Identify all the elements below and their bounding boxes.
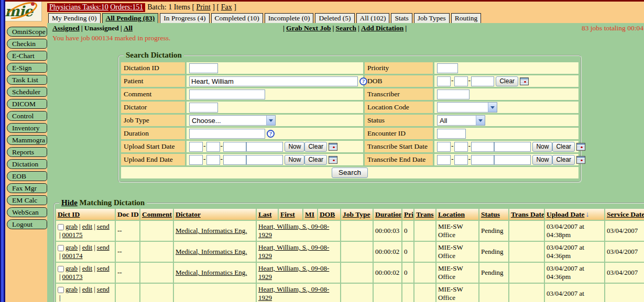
transcriber-field[interactable]	[437, 90, 470, 99]
dictator-field[interactable]	[189, 103, 218, 113]
row-checkbox[interactable]	[58, 266, 64, 272]
sidebar-item-logout[interactable]: Logout	[7, 219, 47, 229]
dict-id-link[interactable]: 000173	[62, 273, 83, 281]
tab-routing[interactable]: Routing	[451, 13, 482, 24]
upload-start-clear-button[interactable]: Clear	[304, 142, 327, 152]
upload-end-month[interactable]	[189, 155, 203, 165]
sidebar-item-dictation[interactable]: Dictation	[7, 159, 47, 169]
grab-next-job-link[interactable]: Grab Next Job	[286, 24, 331, 32]
edit-link[interactable]: edit	[82, 264, 93, 272]
add-dictation-link[interactable]: Add Dictation	[361, 24, 403, 32]
calendar-icon[interactable]	[576, 156, 585, 164]
duration-field[interactable]	[189, 129, 265, 139]
col-job-type[interactable]: Job Type	[341, 209, 373, 220]
patient-link[interactable]: Heart, William, S., 09-08-1929	[258, 285, 329, 301]
physicians-tasks-link[interactable]: Physicians Tasks:10	[49, 3, 108, 11]
dob-clear-button[interactable]: Clear	[496, 76, 518, 86]
grab-link[interactable]: grab	[66, 243, 78, 251]
transcribe-start-time[interactable]	[494, 142, 531, 152]
sidebar-item-reports[interactable]: Reports	[7, 147, 47, 157]
transcribe-end-month[interactable]	[437, 155, 451, 165]
dob-month-field[interactable]	[437, 76, 451, 86]
col-dictator[interactable]: Dictator	[174, 209, 256, 220]
dictator-link[interactable]: Medical, Informatics Eng.	[176, 269, 247, 276]
send-link[interactable]: send	[97, 243, 110, 251]
col-trans-date[interactable]: Trans Date	[509, 209, 544, 220]
patient-link[interactable]: Heart, William, S., 09-08-1929	[258, 243, 329, 260]
row-checkbox[interactable]	[58, 287, 64, 293]
sidebar-item-inventory[interactable]: Inventory	[7, 123, 47, 133]
row-checkbox[interactable]	[58, 224, 64, 230]
dict-id-link[interactable]: 000174	[62, 252, 83, 260]
dob-year-field[interactable]	[471, 76, 494, 86]
upload-end-day[interactable]	[206, 155, 220, 165]
upload-end-clear-button[interactable]: Clear	[304, 155, 327, 165]
tab-deleted[interactable]: Deleted (5)	[315, 13, 354, 24]
grab-link[interactable]: grab	[66, 264, 78, 272]
col-service-date[interactable]: Service Date	[605, 209, 644, 220]
help-icon[interactable]: ?	[359, 77, 367, 85]
upload-end-now-button[interactable]: Now	[285, 155, 304, 165]
transcribe-end-time[interactable]	[494, 155, 531, 165]
sidebar-item-tasklist[interactable]: Task List	[7, 75, 47, 85]
grab-link[interactable]: grab	[66, 285, 78, 293]
upload-start-day[interactable]	[206, 142, 220, 152]
calendar-icon[interactable]	[576, 143, 585, 151]
assigned-link[interactable]: Assigned	[52, 24, 80, 32]
sidebar-item-mammography[interactable]: Mammogra	[7, 135, 47, 145]
patient-link[interactable]: Heart, William, S., 09-08-1929	[258, 264, 329, 281]
col-status[interactable]: Status	[479, 209, 508, 220]
tab-my-pending[interactable]: My Pending (0)	[48, 13, 101, 24]
tab-all[interactable]: All (102)	[356, 13, 390, 24]
sidebar-item-scheduler[interactable]: Scheduler	[7, 87, 47, 97]
tab-all-pending[interactable]: All Pending (83)	[102, 13, 159, 24]
col-duration[interactable]: Duration	[374, 209, 401, 220]
sidebar-item-faxmgr[interactable]: Fax Mgr	[7, 183, 47, 193]
upload-end-time[interactable]	[246, 155, 283, 165]
sidebar-item-control[interactable]: Control	[7, 111, 47, 121]
col-pri[interactable]: Pri	[402, 209, 413, 220]
send-link[interactable]: send	[97, 264, 110, 272]
transcribe-end-year[interactable]	[471, 155, 494, 165]
sidebar-item-checkin[interactable]: Checkin	[7, 39, 47, 49]
grab-link[interactable]: grab	[66, 222, 78, 230]
calendar-icon[interactable]	[329, 156, 337, 164]
col-upload-date[interactable]: Upload Date↓	[545, 209, 604, 220]
transcribe-end-now-button[interactable]: Now	[532, 155, 552, 165]
transcribe-start-clear-button[interactable]: Clear	[552, 142, 575, 152]
col-mi[interactable]: MI	[303, 209, 317, 220]
dict-id-link[interactable]: 000175	[62, 231, 83, 239]
hide-link[interactable]: Hide	[61, 198, 78, 207]
tab-in-progress[interactable]: In Progress (4)	[160, 13, 209, 24]
search-button[interactable]: Search	[332, 167, 368, 178]
edit-link[interactable]: edit	[82, 222, 93, 230]
tab-completed[interactable]: Completed (10)	[211, 13, 263, 24]
patient-field[interactable]	[189, 76, 358, 86]
col-dict-id[interactable]: Dict ID	[56, 209, 115, 220]
location-code-select[interactable]	[437, 102, 497, 113]
col-trans[interactable]: Trans	[414, 209, 435, 220]
sidebar-item-echart[interactable]: E-Chart	[7, 51, 47, 61]
row-checkbox[interactable]	[58, 245, 64, 251]
transcribe-start-now-button[interactable]: Now	[532, 142, 552, 152]
tab-stats[interactable]: Stats	[391, 13, 412, 24]
unassigned-label[interactable]: Unassigned	[84, 24, 119, 32]
col-location[interactable]: Location	[436, 209, 478, 220]
sidebar-item-eob[interactable]: EOB	[7, 171, 47, 181]
print-link[interactable]: Print	[197, 3, 211, 11]
dictator-link[interactable]: Medical, Informatics Eng.	[176, 248, 247, 255]
comment-field[interactable]	[189, 90, 265, 99]
orders-link[interactable]: Orders:151	[110, 3, 143, 11]
dob-day-field[interactable]	[454, 76, 468, 86]
transcribe-start-day[interactable]	[454, 142, 468, 152]
send-link[interactable]: send	[97, 285, 110, 293]
status-select[interactable]: All	[437, 115, 485, 126]
upload-start-year[interactable]	[223, 142, 246, 152]
send-link[interactable]: send	[97, 222, 110, 230]
encounter-id-field[interactable]	[437, 129, 466, 139]
edit-link[interactable]: edit	[82, 285, 93, 293]
help-icon[interactable]: ?	[267, 130, 275, 138]
col-dob[interactable]: DOB	[318, 209, 340, 220]
sidebar-item-dicom[interactable]: DICOM	[7, 99, 47, 109]
sidebar-item-emcalc[interactable]: EM Calc	[7, 195, 47, 205]
